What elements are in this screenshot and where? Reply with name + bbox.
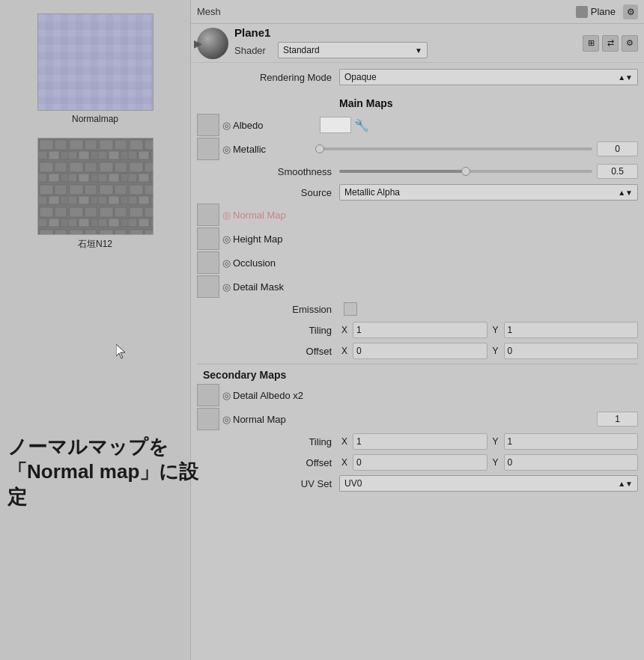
sec-normal-map-circle-icon: ◎ bbox=[222, 414, 231, 425]
albedo-row: ◎ Albedo 🔧 bbox=[197, 114, 638, 136]
detail-mask-row: ◎ Detail Mask bbox=[197, 275, 638, 298]
plane-header: ▶ Plane1 Shader Standard ▼ ⊞ ⇄ ⚙ bbox=[191, 24, 644, 63]
rendering-mode-dropdown[interactable]: Opaque ▲▼ bbox=[339, 69, 638, 85]
offset-y-input[interactable]: 0 bbox=[504, 343, 639, 359]
occlusion-label-container: ◎ Occlusion bbox=[222, 257, 335, 269]
sec-detail-albedo-row: ◎ Detail Albedo x2 bbox=[197, 384, 638, 406]
occlusion-checkbox[interactable] bbox=[197, 251, 219, 274]
albedo-color-picker[interactable] bbox=[320, 117, 351, 133]
offset-x-input[interactable]: 0 bbox=[353, 343, 487, 359]
main-maps-header-row: Main Maps bbox=[197, 91, 638, 112]
mesh-value: Plane bbox=[591, 6, 616, 17]
albedo-map-icon: ◎ Albedo bbox=[222, 120, 320, 131]
plane-icon-btn-2[interactable]: ⇄ bbox=[602, 35, 619, 52]
offset-label: Offset bbox=[197, 346, 339, 357]
albedo-checkbox[interactable] bbox=[197, 114, 219, 136]
asset-stone[interactable]: 石垣N12 bbox=[35, 138, 155, 251]
plane-icon-btn-3[interactable]: ⚙ bbox=[622, 35, 638, 52]
normal-map-label: Normal Map bbox=[233, 210, 286, 221]
metallic-slider-track[interactable] bbox=[320, 147, 592, 150]
shader-dropdown[interactable]: Standard ▼ bbox=[278, 42, 428, 58]
collapse-arrow[interactable]: ▶ bbox=[194, 37, 202, 49]
normalmap-label: Normalmap bbox=[72, 114, 118, 124]
shader-dropdown-arrow: ▼ bbox=[415, 46, 422, 55]
height-map-circle-icon: ◎ bbox=[222, 233, 231, 245]
uv-set-row: UV Set UV0 ▲▼ bbox=[197, 474, 638, 493]
annotation-overlay: ノーマルマップを 「Normal map」に設定 bbox=[0, 435, 217, 510]
sec-offset-x-label: X bbox=[339, 457, 350, 468]
occlusion-circle-icon: ◎ bbox=[222, 257, 231, 269]
metallic-label: Metallic bbox=[233, 144, 266, 155]
tiling-x-label: X bbox=[339, 325, 350, 335]
sec-detail-albedo-circle-icon: ◎ bbox=[222, 390, 231, 401]
main-maps-label: Main Maps bbox=[339, 97, 393, 109]
metallic-slider-container: 0 bbox=[320, 141, 638, 156]
sec-tiling-xy-pair: X 1 Y 1 bbox=[339, 433, 638, 450]
sec-offset-x-input[interactable]: 0 bbox=[353, 454, 487, 471]
sec-tiling-x-input[interactable]: 1 bbox=[353, 433, 487, 450]
detail-mask-checkbox[interactable] bbox=[197, 275, 219, 298]
stone-thumbnail[interactable] bbox=[37, 138, 154, 235]
sec-offset-xy-pair: X 0 Y 0 bbox=[339, 454, 638, 471]
height-map-label-container: ◎ Height Map bbox=[222, 233, 335, 245]
smoothness-slider-track[interactable] bbox=[339, 170, 592, 173]
svg-rect-4 bbox=[38, 14, 153, 110]
plane-icon-btn-1[interactable]: ⊞ bbox=[583, 35, 599, 52]
smoothness-slider-thumb[interactable] bbox=[461, 167, 470, 176]
metallic-checkbox[interactable] bbox=[197, 138, 219, 160]
sec-normal-map-value[interactable]: 1 bbox=[597, 412, 638, 427]
smoothness-value[interactable]: 0.5 bbox=[597, 164, 638, 179]
secondary-maps-label: Secondary Maps bbox=[203, 369, 638, 381]
source-dropdown-arrow: ▲▼ bbox=[618, 189, 633, 197]
height-map-checkbox[interactable] bbox=[197, 227, 219, 250]
mesh-value-container: Plane ⚙ bbox=[576, 4, 638, 19]
svg-rect-16 bbox=[38, 138, 153, 234]
smoothness-slider-fill bbox=[339, 170, 466, 173]
sec-normal-map-checkbox[interactable] bbox=[197, 408, 219, 430]
normal-map-row: ◎ Normal Map bbox=[197, 204, 638, 226]
rendering-mode-value: Opaque bbox=[344, 72, 377, 82]
uv-set-dropdown[interactable]: UV0 ▲▼ bbox=[339, 475, 638, 492]
right-panel: Mesh Plane ⚙ ▶ Plane1 Shader Standard ▼ … bbox=[191, 0, 644, 660]
sec-offset-label: Offset bbox=[197, 457, 339, 468]
normalmap-thumbnail[interactable] bbox=[37, 13, 154, 111]
properties-area: Rendering Mode Opaque ▲▼ Main Maps ◎ Alb… bbox=[191, 63, 644, 499]
detail-mask-label: Detail Mask bbox=[233, 281, 284, 293]
detail-mask-label-container: ◎ Detail Mask bbox=[222, 281, 335, 293]
normal-map-checkbox[interactable] bbox=[197, 204, 219, 226]
cursor bbox=[116, 344, 128, 359]
shader-value: Standard bbox=[283, 45, 320, 55]
occlusion-row: ◎ Occlusion bbox=[197, 251, 638, 274]
gear-button[interactable]: ⚙ bbox=[623, 4, 638, 19]
eyedropper-icon[interactable]: 🔧 bbox=[354, 118, 369, 132]
emission-checkbox[interactable] bbox=[344, 302, 357, 316]
metallic-circle-icon: ◎ bbox=[222, 144, 231, 155]
metallic-slider-thumb[interactable] bbox=[315, 144, 324, 153]
sec-normal-map-row: ◎ Normal Map 1 bbox=[197, 408, 638, 430]
sec-tiling-row: Tiling X 1 Y 1 bbox=[197, 432, 638, 451]
tiling-y-label: Y bbox=[490, 325, 501, 335]
smoothness-label: Smoothness bbox=[197, 166, 339, 177]
occlusion-label: Occlusion bbox=[233, 257, 276, 269]
stone-svg bbox=[38, 138, 153, 234]
height-map-row: ◎ Height Map bbox=[197, 227, 638, 250]
metallic-value[interactable]: 0 bbox=[597, 141, 638, 156]
tiling-x-input[interactable]: 1 bbox=[353, 322, 487, 338]
sec-tiling-y-input[interactable]: 1 bbox=[504, 433, 639, 450]
albedo-label: Albedo bbox=[233, 120, 263, 131]
tiling-y-input[interactable]: 1 bbox=[504, 322, 639, 338]
tiling-row: Tiling X 1 Y 1 bbox=[197, 320, 638, 340]
stone-label: 石垣N12 bbox=[78, 238, 112, 251]
sec-normal-map-label-container: ◎ Normal Map bbox=[222, 414, 597, 425]
offset-row: Offset X 0 Y 0 bbox=[197, 341, 638, 361]
source-dropdown[interactable]: Metallic Alpha ▲▼ bbox=[339, 184, 638, 201]
sec-offset-y-input[interactable]: 0 bbox=[504, 454, 639, 471]
sec-normal-map-label: Normal Map bbox=[233, 414, 286, 425]
height-map-label: Height Map bbox=[233, 233, 282, 245]
asset-normalmap[interactable]: Normalmap bbox=[35, 13, 155, 124]
albedo-circle-icon: ◎ bbox=[222, 120, 231, 131]
sec-detail-albedo-checkbox[interactable] bbox=[197, 384, 219, 406]
mesh-bar: Mesh Plane ⚙ bbox=[191, 0, 644, 24]
normal-map-label-container: ◎ Normal Map bbox=[222, 210, 335, 221]
sec-detail-albedo-label: Detail Albedo x2 bbox=[233, 390, 303, 401]
